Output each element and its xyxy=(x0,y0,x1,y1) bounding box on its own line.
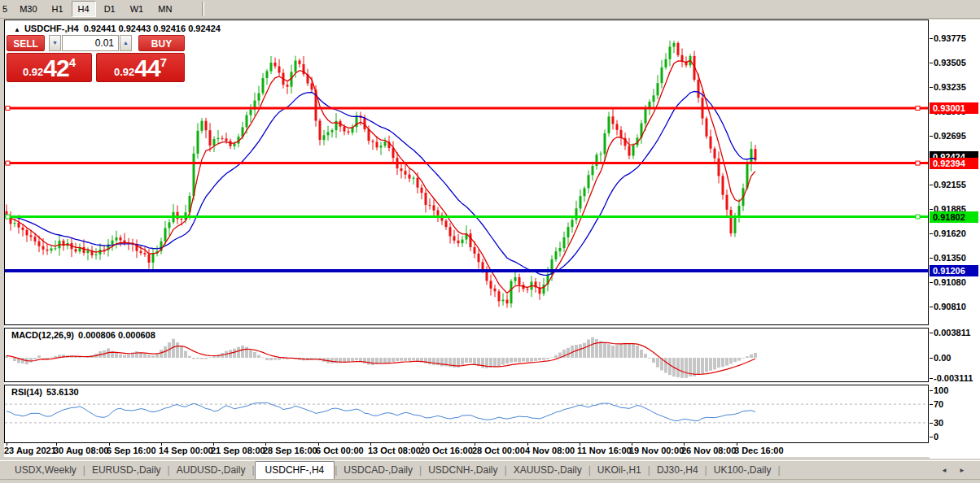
rsi-label: RSI(14)53.6130 xyxy=(11,387,79,397)
tab-usdchf-h4[interactable]: USDCHF-,H4 xyxy=(255,461,335,479)
tab-eurusd-daily[interactable]: EURUSD-,Daily xyxy=(85,461,168,478)
date-label: 28 Oct 00:00 xyxy=(472,446,525,455)
macd-label: MACD(12,26,9)0.000806 0.000608 xyxy=(11,330,155,340)
sell-button[interactable]: SELL xyxy=(7,35,45,51)
tab-dj30-h4[interactable]: DJ30-,H4 xyxy=(650,461,705,478)
buy-price-pip: 7 xyxy=(160,56,167,68)
buy-button[interactable]: BUY xyxy=(138,35,185,51)
tab-usdcad-daily[interactable]: USDCAD-,Daily xyxy=(337,461,419,478)
arrow-down-icon: ▼ xyxy=(52,40,58,46)
price-tick: 0.93775 xyxy=(934,33,966,44)
price-tick: 0.91350 xyxy=(934,252,966,263)
symbol-tab-bar: USDX,Weekly|EURUSD-,Daily|AUDUSD-,Daily|… xyxy=(0,460,980,479)
tab-xauusd-daily[interactable]: XAUUSD-,Daily xyxy=(507,461,588,478)
tab-usdcnh-daily[interactable]: USDCNH-,Daily xyxy=(422,461,504,478)
date-label: 30 Aug 08:00 xyxy=(54,446,108,455)
date-label: 28 Sep 16:00 xyxy=(263,446,317,455)
rsi-value: 53.6130 xyxy=(46,387,79,397)
mt4-window: 5M30H1H4D1W1MN ▲USDCHF-,H4 0.92441 0.924… xyxy=(0,0,980,483)
timeframe-button-5[interactable]: 5 xyxy=(1,1,11,17)
tab-audusd-daily[interactable]: AUDUSD-,Daily xyxy=(170,461,252,478)
chart-window: ▲USDCHF-,H4 0.92441 0.92443 0.92416 0.92… xyxy=(4,20,980,457)
one-click-trading-panel: SELL ▼ ▲ BUY 0.92424 0.92447 xyxy=(7,35,185,82)
date-label: 26 Nov 08:00 xyxy=(681,446,736,455)
date-label: 11 Nov 16:00 xyxy=(577,446,632,455)
timeframe-toolbar: 5M30H1H4D1W1MN xyxy=(0,0,980,19)
macd-scale-tick: 0.003811 xyxy=(934,327,970,338)
date-label: 3 Dec 16:00 xyxy=(734,446,784,455)
time-axis[interactable]: 23 Aug 202130 Aug 08:006 Sep 16:0014 Sep… xyxy=(4,443,929,457)
macd-scale-tick: 0.00 xyxy=(934,352,951,363)
timeframe-button-h1[interactable]: H1 xyxy=(46,1,70,17)
price-tick: 0.93505 xyxy=(934,57,966,68)
price-tick: 0.91080 xyxy=(934,276,966,288)
date-label: 19 Nov 00:00 xyxy=(629,446,684,455)
sell-price-pip: 4 xyxy=(69,56,76,68)
tab-uk100-daily[interactable]: UK100-,Daily xyxy=(707,461,778,478)
bottom-strip xyxy=(0,479,980,483)
rsi-indicator-panel[interactable] xyxy=(4,385,929,443)
arrow-up-icon: ▲ xyxy=(123,40,129,46)
timeframe-button-h4[interactable]: H4 xyxy=(72,1,96,17)
price-tick: 0.91620 xyxy=(934,228,966,239)
rsi-scale-tick: 0 xyxy=(934,431,938,442)
collapse-icon[interactable]: ▲ xyxy=(14,26,20,33)
tab-separator: | xyxy=(777,464,780,476)
tab-scroll-left-icon[interactable]: ◄ xyxy=(941,467,947,474)
date-label: 6 Oct 00:00 xyxy=(316,446,364,455)
timeframe-button-d1[interactable]: D1 xyxy=(98,1,122,17)
tab-usdx-weekly[interactable]: USDX,Weekly xyxy=(8,461,83,478)
timeframe-button-w1[interactable]: W1 xyxy=(124,1,151,17)
chart-symbol: USDCHF-,H4 xyxy=(24,24,79,33)
date-label: 23 Aug 2021 xyxy=(4,446,56,455)
hline-price-label: 0.91802 xyxy=(930,211,978,223)
price-tick: 0.92695 xyxy=(934,130,966,141)
buy-price-panel[interactable]: 0.92447 xyxy=(96,53,185,82)
tab-scroll-right-icon[interactable]: ► xyxy=(959,467,965,474)
date-label: 4 Nov 08:00 xyxy=(525,446,575,455)
price-axis[interactable]: 0.937750.935050.932350.929650.926950.924… xyxy=(930,20,980,459)
chart-title: ▲USDCHF-,H4 0.92441 0.92443 0.92416 0.92… xyxy=(14,24,221,33)
sell-price-prefix: 0.92 xyxy=(23,64,43,80)
volume-input[interactable] xyxy=(62,35,119,51)
volume-decrease-button[interactable]: ▼ xyxy=(49,35,61,51)
buy-price-prefix: 0.92 xyxy=(114,64,134,80)
volume-increase-button[interactable]: ▲ xyxy=(120,35,132,51)
chart-ohlc-quotes: 0.92441 0.92443 0.92416 0.92424 xyxy=(84,24,221,33)
price-tick: 0.93235 xyxy=(934,81,966,93)
date-label: 13 Oct 08:00 xyxy=(368,446,421,455)
date-label: 6 Sep 16:00 xyxy=(107,446,156,455)
toolbar-separator xyxy=(202,2,204,16)
price-tick: 0.90810 xyxy=(934,301,966,312)
sell-price-main: 42 xyxy=(43,56,68,80)
macd-scale-tick: -0.003111 xyxy=(934,372,973,384)
date-label: 20 Oct 16:00 xyxy=(420,446,473,455)
date-label: 21 Sep 08:00 xyxy=(211,446,265,455)
hline-price-label: 0.91206 xyxy=(930,265,978,276)
timeframe-button-m30[interactable]: M30 xyxy=(13,1,43,17)
tab-ukoil-h1[interactable]: UKOil-,H1 xyxy=(591,461,648,478)
price-tick: 0.92155 xyxy=(934,179,966,190)
timeframe-button-mn[interactable]: MN xyxy=(151,1,178,17)
rsi-scale-tick: 30 xyxy=(934,417,943,429)
buy-price-main: 44 xyxy=(134,56,160,80)
sell-price-panel[interactable]: 0.92424 xyxy=(7,53,92,82)
rsi-scale-tick: 70 xyxy=(934,398,943,410)
date-label: 14 Sep 00:00 xyxy=(159,446,213,455)
hline-price-label: 0.92394 xyxy=(930,158,978,169)
hline-price-label: 0.93001 xyxy=(930,102,978,114)
rsi-scale-tick: 100 xyxy=(934,385,948,396)
macd-values: 0.000806 0.000608 xyxy=(78,330,155,340)
